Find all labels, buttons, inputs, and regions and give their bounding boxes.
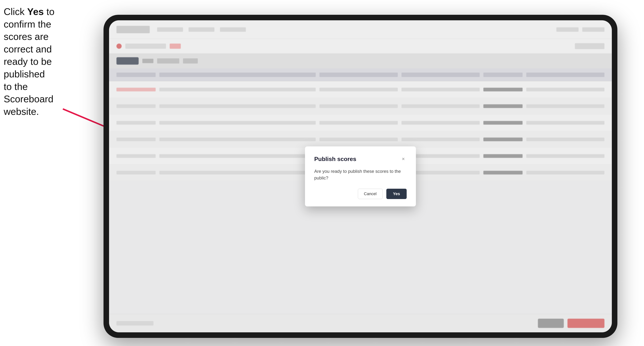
modal-footer: Cancel Yes xyxy=(314,189,407,199)
tablet-device: Publish scores × Are you ready to publis… xyxy=(104,15,618,338)
modal-body-text: Are you ready to publish these scores to… xyxy=(314,168,407,181)
modal-header: Publish scores × xyxy=(314,156,407,163)
cancel-button[interactable]: Cancel xyxy=(358,189,383,199)
modal-close-button[interactable]: × xyxy=(400,156,407,162)
modal-overlay: Publish scores × Are you ready to publis… xyxy=(109,20,612,332)
yes-button[interactable]: Yes xyxy=(386,189,407,199)
annotation-text: Click Yes to confirm the scores are corr… xyxy=(4,5,56,118)
modal-title: Publish scores xyxy=(314,156,356,163)
tablet-screen: Publish scores × Are you ready to publis… xyxy=(109,20,612,332)
publish-scores-dialog: Publish scores × Are you ready to publis… xyxy=(305,146,416,206)
